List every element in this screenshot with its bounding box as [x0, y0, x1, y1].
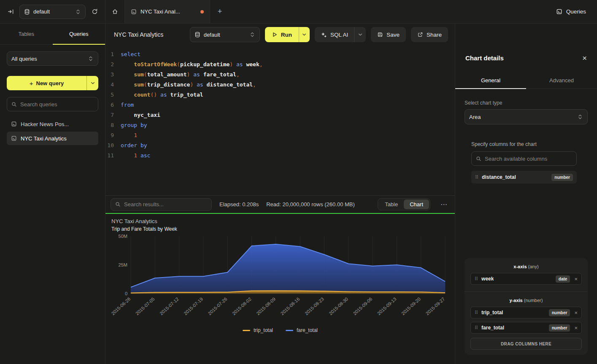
remove-column-icon[interactable]: × — [573, 310, 578, 316]
sql-line: 7 nyc_taxi — [105, 110, 455, 120]
y-axis-title: y-axis (number) — [470, 298, 582, 303]
run-options-button[interactable] — [299, 27, 310, 42]
chevron-updown-icon — [75, 9, 81, 15]
axis-configuration: x-axis (any) ⠿weekdate× y-axis (number) … — [465, 258, 588, 355]
y-axis-hint: (number) — [524, 298, 543, 303]
svg-text:25M: 25M — [119, 262, 127, 267]
sidebar-query-item[interactable]: Hacker News Pos... — [7, 117, 98, 131]
results-search-input[interactable] — [124, 201, 207, 208]
sql-editor[interactable]: 1select2 toStartOfWeek(pickup_datetime) … — [105, 46, 455, 195]
run-button[interactable]: Run — [265, 27, 299, 42]
topbar-database-selector[interactable]: default — [19, 5, 86, 19]
sql-ai-button[interactable]: SQL AI — [315, 27, 354, 42]
svg-text:2015-08-30: 2015-08-30 — [328, 297, 349, 316]
x-axis-hint: (any) — [528, 264, 539, 269]
chart-type-value: Area — [469, 114, 574, 120]
query-filter-select[interactable]: All queries — [7, 51, 98, 66]
elapsed-time: Elapsed: 0.208s — [219, 201, 259, 208]
view-toggle-chart[interactable]: Chart — [404, 200, 429, 209]
svg-text:2015-07-26: 2015-07-26 — [207, 297, 228, 316]
sql-line: 5 count() as trip_total — [105, 90, 455, 100]
drag-handle-icon[interactable]: ⠿ — [475, 277, 478, 281]
tab-advanced[interactable]: Advanced — [526, 72, 597, 89]
line-number: 11 — [105, 151, 121, 161]
results-more-button[interactable]: ⋯ — [438, 200, 450, 208]
chevron-down-icon — [90, 81, 95, 86]
column-pill-fare_total[interactable]: ⠿fare_totalnumber× — [470, 322, 582, 334]
sidebar-tab-tables[interactable]: Tables — [0, 24, 53, 44]
run-split-button: Run — [265, 27, 310, 42]
svg-text:2015-09-20: 2015-09-20 — [400, 297, 421, 316]
search-icon — [11, 102, 17, 107]
sql-ai-menu-button[interactable] — [354, 27, 366, 42]
svg-text:2015-09-27: 2015-09-27 — [424, 297, 446, 316]
svg-text:2015-07-12: 2015-07-12 — [159, 297, 180, 316]
column-pill-trip_total[interactable]: ⠿trip_totalnumber× — [470, 307, 582, 318]
svg-text:2015-08-02: 2015-08-02 — [231, 297, 252, 316]
topbar-spacer — [230, 0, 545, 23]
tab-nyc-taxi-analytics[interactable]: NYC Taxi Anal... — [124, 0, 210, 23]
panel-spacer — [465, 183, 588, 258]
column-pill-distance_total[interactable]: ⠿distance_totalnumber — [471, 171, 577, 183]
tab-strip: NYC Taxi Anal... + — [105, 0, 230, 23]
line-number: 4 — [105, 80, 121, 90]
results-search — [111, 198, 212, 211]
refresh-icon — [92, 8, 98, 15]
column-type-badge: number — [551, 174, 573, 181]
sql-line: 4 sum(trip_distance) as distance_total, — [105, 80, 455, 90]
remove-column-icon[interactable]: × — [573, 276, 578, 282]
legend-item-fare_total[interactable]: fare_total — [286, 327, 318, 333]
close-panel-icon[interactable]: × — [582, 54, 587, 62]
database-icon — [194, 32, 200, 38]
share-label: Share — [427, 32, 442, 38]
line-number: 8 — [105, 120, 121, 130]
new-query-menu-button[interactable] — [86, 76, 98, 90]
query-search-input[interactable] — [20, 101, 94, 108]
drag-handle-icon[interactable]: ⠿ — [475, 310, 478, 315]
column-type-badge: number — [549, 324, 570, 332]
new-query-button[interactable]: + New query — [7, 76, 86, 90]
line-number: 10 — [105, 140, 121, 151]
save-button[interactable]: Save — [371, 27, 406, 42]
chart-details-header: Chart details × — [455, 24, 597, 72]
sidebar-tabs: TablesQueries — [0, 24, 105, 45]
y-axis-label: y-axis — [510, 298, 523, 303]
chart-details-tabs: GeneralAdvanced — [455, 72, 597, 89]
chart-details-body: Select chart type Area Specify columns f… — [455, 89, 597, 364]
legend-label: fare_total — [297, 327, 318, 333]
sql-line: 11 1 asc — [105, 151, 455, 161]
columns-search-input[interactable] — [485, 156, 572, 162]
x-axis-columns: ⠿weekdate× — [470, 273, 582, 285]
unsaved-indicator-dot — [200, 10, 204, 13]
queries-button[interactable]: Queries — [545, 0, 597, 23]
new-tab-button[interactable]: + — [210, 0, 230, 23]
home-tab[interactable] — [105, 0, 124, 23]
sql-line: 9 1 — [105, 130, 455, 140]
area-chart[interactable]: 025M50M2015-06-282015-07-052015-07-12201… — [111, 234, 449, 326]
query-title: NYC Taxi Analytics — [114, 31, 163, 38]
query-search — [7, 97, 98, 111]
chart-type-select[interactable]: Area — [465, 109, 588, 124]
query-item-label: NYC Taxi Analytics — [21, 135, 67, 142]
chart-subtitle: Trip and Fare Totals by Week — [111, 226, 449, 232]
share-button[interactable]: Share — [411, 27, 448, 42]
editor-header: NYC Taxi Analytics default Run SQL — [105, 24, 455, 46]
tab-general[interactable]: General — [455, 72, 526, 89]
remove-column-icon[interactable]: × — [573, 325, 578, 331]
drag-handle-icon[interactable]: ⠿ — [475, 326, 478, 330]
drag-columns-drop-zone[interactable]: DRAG COLUMNS HERE — [470, 338, 582, 350]
refresh-button[interactable] — [89, 6, 100, 17]
column-name: trip_total — [481, 310, 503, 315]
column-pill-week[interactable]: ⠿weekdate× — [470, 273, 582, 285]
legend-item-trip_total[interactable]: trip_total — [243, 327, 273, 333]
collapse-sidebar-button[interactable] — [5, 6, 16, 17]
line-number: 7 — [105, 110, 121, 120]
drag-handle-icon[interactable]: ⠿ — [475, 175, 478, 180]
sidebar-query-item[interactable]: NYC Taxi Analytics — [7, 132, 98, 145]
view-toggle-table[interactable]: Table — [379, 200, 404, 209]
sql-code: count() as trip_total — [121, 90, 203, 100]
column-name: fare_total — [481, 325, 504, 331]
sql-code: sum(trip_distance) as distance_total, — [121, 80, 256, 90]
sidebar-tab-queries[interactable]: Queries — [53, 24, 105, 44]
query-database-selector[interactable]: default — [190, 27, 260, 42]
